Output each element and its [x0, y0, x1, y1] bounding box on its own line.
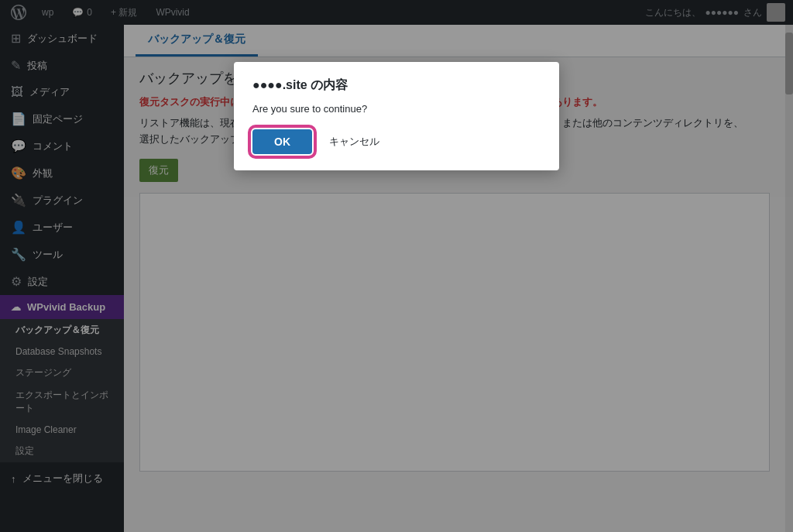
modal-body: Are you sure to continue? — [252, 103, 541, 115]
ok-button[interactable]: OK — [252, 129, 312, 154]
modal-buttons: OK キャンセル — [252, 129, 541, 155]
modal-title: ●●●●.site の内容 — [252, 77, 541, 94]
modal-dialog: ●●●●.site の内容 Are you sure to continue? … — [234, 62, 559, 170]
modal-overlay[interactable]: ●●●●.site の内容 Are you sure to continue? … — [0, 0, 793, 532]
cancel-button[interactable]: キャンセル — [320, 129, 389, 155]
